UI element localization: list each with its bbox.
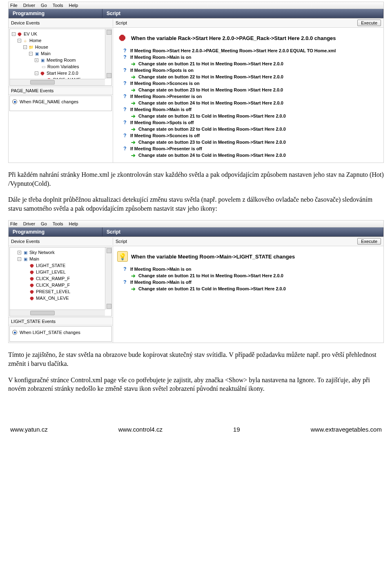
tree-item[interactable]: −⯃Start Here 2.0.0	[11, 70, 111, 76]
scrollbar-vertical[interactable]	[105, 29, 111, 79]
footer-left: www.yatun.cz	[10, 426, 48, 433]
page-icon: ▭	[40, 64, 46, 69]
tree-item[interactable]: ▭Room Variables	[11, 63, 111, 70]
event-radio-label: When PAGE_NAME changes	[20, 99, 78, 104]
tree-item[interactable]: −⌂Home	[11, 37, 111, 44]
menu-item[interactable]: Tools	[53, 221, 63, 226]
tree-item[interactable]: −📁House	[11, 44, 111, 50]
tree-item-label: Main	[29, 256, 39, 261]
script-line-text: If Meeting Room->Main is off	[130, 280, 192, 285]
event-radio-row[interactable]: When PAGE_NAME changes	[12, 99, 109, 104]
tree-item[interactable]: −▣Main	[11, 256, 111, 262]
paragraph-2: Dále je třeba doplnit průběžnou aktualiz…	[8, 195, 384, 213]
tab-script[interactable]: Script	[102, 9, 383, 18]
collapse-icon[interactable]: −	[29, 52, 33, 56]
tree-item-label: MAX_ON_LEVE	[36, 296, 69, 301]
event-radio-label: When LIGHT_STATE changes	[20, 330, 80, 335]
script-line[interactable]: ?If Meeting Room->Spots is off	[116, 119, 381, 126]
menu-item[interactable]: Help	[69, 221, 78, 226]
script-line[interactable]: ?If Meeting Room->Presenter is off	[116, 145, 381, 152]
menu-item[interactable]: Go	[41, 3, 47, 8]
collapse-icon[interactable]: −	[18, 257, 21, 261]
question-icon: ?	[122, 120, 128, 125]
tree-item[interactable]: −▣Main	[11, 50, 111, 57]
execute-button[interactable]: Execute	[357, 20, 381, 26]
script-line-text: Change state on button 24 to Cold in Mee…	[138, 153, 286, 158]
execute-button[interactable]: Execute	[357, 238, 381, 245]
collapse-icon[interactable]: −	[18, 39, 21, 42]
script-line[interactable]: ➔Change state on button 23 to Cold in Me…	[116, 139, 381, 145]
tree-item-label: LIGHT_STATE	[36, 263, 65, 268]
tree-item[interactable]: −⯃EV UK	[11, 31, 111, 37]
expand-icon[interactable]: +	[35, 58, 38, 62]
device-tree[interactable]: −⯃EV UK−⌂Home−📁House−▣Main+▣Meeting Room…	[9, 29, 112, 86]
scrollbar-horizontal[interactable]	[10, 310, 105, 316]
script-line[interactable]: ?If Meeting Room->Spots is on	[116, 67, 381, 74]
c4-icon: ⯃	[29, 295, 35, 301]
arrow-icon: ➔	[130, 139, 136, 145]
script-line[interactable]: ➔Change state on button 21 to Hot in Mee…	[116, 272, 381, 279]
script-line[interactable]: ➔Change state on button 21 to Cold in Me…	[116, 285, 381, 292]
menu-item[interactable]: Help	[69, 3, 78, 8]
question-icon: ?	[122, 107, 128, 112]
menu-item[interactable]: Go	[41, 221, 47, 226]
script-line[interactable]: ?If Meeting Room->Presenter is on	[116, 93, 381, 100]
script-line[interactable]: ➔Change state on button 22 to Hot in Mee…	[116, 74, 381, 80]
script-line[interactable]: ➔Change state on button 23 to Hot in Mee…	[116, 87, 381, 93]
tree-item[interactable]: ⯃CLICK_RAMP_F	[11, 282, 111, 288]
scrollbar-horizontal[interactable]	[10, 79, 105, 85]
subheader-left: Device Events	[9, 238, 113, 245]
menu-item[interactable]: Driver	[23, 3, 35, 8]
c4-icon: ⯃	[29, 263, 35, 268]
script-line[interactable]: ➔Change state on button 21 to Hot in Mee…	[116, 60, 381, 67]
tab-programming[interactable]: Programming	[9, 227, 102, 236]
tree-item[interactable]: +▣Sky Network	[11, 249, 111, 256]
script-line[interactable]: ➔Change state on button 24 to Hot in Mee…	[116, 100, 381, 106]
device-tree[interactable]: +▣Sky Network−▣Main⯃LIGHT_STATE⯃LIGHT_LE…	[9, 247, 112, 316]
tree-item[interactable]: ⯃MAX_ON_LEVE	[11, 295, 111, 301]
event-radio-row[interactable]: When LIGHT_STATE changes	[12, 330, 109, 335]
menu-item[interactable]: Driver	[23, 221, 35, 226]
events-list[interactable]: When LIGHT_STATE changes	[9, 326, 112, 342]
tree-item[interactable]: ⯃LIGHT_STATE	[11, 262, 111, 269]
menu-item[interactable]: File	[10, 221, 18, 226]
question-icon: ?	[122, 279, 128, 285]
script-line[interactable]: ?If Meeting Room->Main is on	[116, 54, 381, 60]
tree-item-label: House	[35, 45, 48, 49]
script-line-text: If Meeting Room->Sconces is on	[130, 81, 200, 86]
lightbulb-icon: 💡	[117, 251, 128, 262]
tree-item[interactable]: ⯃LIGHT_LEVEL	[11, 269, 111, 275]
menu-item[interactable]: File	[10, 3, 18, 8]
script-line[interactable]: ?If Meeting Room->Sconces is off	[116, 132, 381, 139]
script-line-text: Change state on button 22 to Cold in Mee…	[138, 127, 286, 131]
arrow-icon: ➔	[130, 87, 136, 93]
expand-icon[interactable]: +	[18, 251, 21, 254]
question-icon: ?	[122, 266, 128, 272]
script-line[interactable]: ?If Meeting Room->Main is off	[116, 106, 381, 113]
scrollbar-vertical[interactable]	[105, 247, 111, 310]
collapse-icon[interactable]: −	[12, 32, 16, 36]
tree-item[interactable]: ⯃CLICK_RAMP_F	[11, 275, 111, 282]
arrow-icon: ➔	[130, 126, 136, 132]
tab-programming[interactable]: Programming	[9, 9, 102, 18]
tree-item-label: Start Here 2.0.0	[47, 71, 78, 76]
footer-right: www.extravegetables.com	[311, 426, 382, 433]
tree-item[interactable]: +▣Meeting Room	[11, 57, 111, 63]
script-line[interactable]: ?If Meeting Room->Main is on	[116, 266, 381, 272]
script-line[interactable]: ➔Change state on button 22 to Cold in Me…	[116, 126, 381, 132]
script-line[interactable]: ?If Meeting Room->Start Here 2.0.0->PAGE…	[116, 47, 381, 54]
events-list[interactable]: When PAGE_NAME changes	[9, 96, 112, 111]
menu-item[interactable]: Tools	[53, 3, 63, 8]
script-line-text: If Meeting Room->Spots is on	[130, 68, 194, 73]
tab-script[interactable]: Script	[102, 227, 383, 236]
script-line[interactable]: ?If Meeting Room->Sconces is on	[116, 80, 381, 87]
tree-item[interactable]: ⯃PRESET_LEVEL	[11, 288, 111, 295]
radio-icon	[12, 99, 17, 104]
script-line[interactable]: ➔Change state on button 24 to Cold in Me…	[116, 152, 381, 158]
subheader-right: Script	[116, 239, 127, 244]
collapse-icon[interactable]: −	[35, 71, 38, 75]
script-line[interactable]: ➔Change state on button 21 to Cold in Me…	[116, 113, 381, 119]
script-line[interactable]: ?If Meeting Room->Main is off	[116, 279, 381, 285]
collapse-icon[interactable]: −	[23, 45, 27, 49]
script-line-text: Change state on button 21 to Hot in Meet…	[138, 273, 283, 278]
